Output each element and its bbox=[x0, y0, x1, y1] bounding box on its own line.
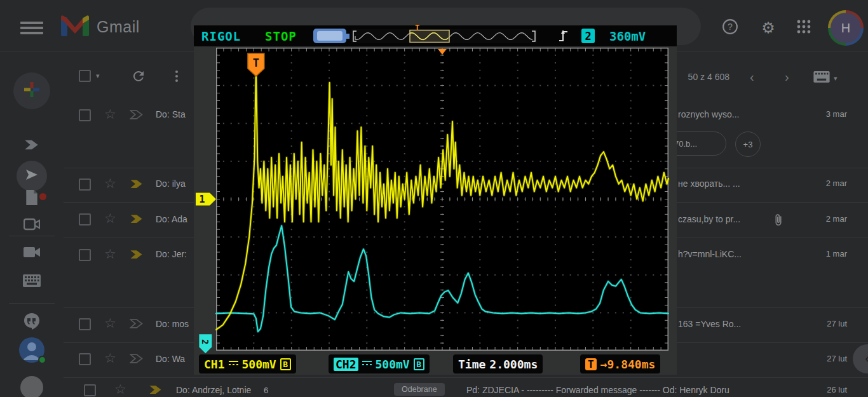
time-value: 2.000ms bbox=[489, 358, 538, 371]
dc-coupling-icon bbox=[362, 361, 372, 367]
row-checkbox[interactable] bbox=[79, 109, 91, 121]
importance-marker-icon[interactable] bbox=[130, 318, 144, 332]
ch2-scale: 500mV bbox=[376, 358, 410, 371]
refresh-button[interactable] bbox=[131, 69, 146, 86]
trigger-offset-value: →9.840ms bbox=[600, 358, 656, 371]
usb-storage-icon bbox=[313, 29, 346, 43]
ch2-bandwidth-limit: B bbox=[414, 358, 424, 370]
apps-grid-icon bbox=[797, 20, 811, 36]
trigger-source-badge: 2 bbox=[581, 29, 595, 43]
gmail-m-icon bbox=[61, 14, 89, 39]
memory-waveform-preview bbox=[351, 29, 537, 43]
apps-grid-button[interactable] bbox=[790, 15, 817, 41]
ch1-bandwidth-limit: B bbox=[280, 358, 291, 370]
ch2-label: CH2 bbox=[334, 358, 358, 371]
ch2-status-chip: CH2500mVB bbox=[329, 354, 430, 373]
help-icon: ? bbox=[722, 18, 738, 37]
help-button[interactable]: ? bbox=[717, 15, 743, 41]
row-date: 1 mar bbox=[775, 249, 847, 259]
oscilloscope-screenshot[interactable]: RIGOL STOP T 2 360mV T12 CH1500mVB CH250… bbox=[194, 25, 677, 375]
chevron-down-icon[interactable]: ▾ bbox=[96, 72, 100, 80]
ch1-label: CH1 bbox=[204, 358, 225, 371]
drafts-notification-dot bbox=[39, 193, 46, 200]
importance-marker-icon[interactable] bbox=[130, 353, 144, 367]
star-icon[interactable]: ☆ bbox=[104, 212, 116, 225]
trigger-level-value: 360mV bbox=[609, 29, 646, 43]
row-checkbox[interactable] bbox=[84, 384, 96, 396]
star-icon[interactable]: ☆ bbox=[114, 382, 126, 396]
importance-marker-icon[interactable] bbox=[149, 384, 163, 397]
app-title: Gmail bbox=[97, 18, 140, 36]
ch1-scale: 500mV bbox=[242, 358, 276, 371]
sidebar-item-important[interactable] bbox=[23, 137, 41, 155]
label-chip[interactable]: Odebrane bbox=[394, 383, 445, 396]
scope-run-status: STOP bbox=[265, 29, 297, 43]
row-checkbox[interactable] bbox=[79, 178, 91, 191]
compose-button[interactable] bbox=[13, 72, 50, 109]
timebase-chip: Time2.000ms bbox=[453, 354, 543, 373]
main-menu-button[interactable] bbox=[19, 19, 44, 37]
scope-top-bar: RIGOL STOP T 2 360mV bbox=[194, 25, 677, 46]
star-icon[interactable]: ☆ bbox=[104, 316, 116, 330]
compose-plus-icon bbox=[23, 81, 41, 101]
sidebar-divider bbox=[9, 236, 55, 236]
sidebar-item-drafts[interactable] bbox=[23, 190, 41, 208]
gear-icon: ⚙ bbox=[761, 20, 775, 36]
row-checkbox[interactable] bbox=[79, 249, 91, 261]
send-icon bbox=[24, 167, 39, 185]
newer-page-button[interactable]: ‹ bbox=[750, 70, 754, 84]
attachment-more-chip[interactable]: +3 bbox=[735, 131, 761, 157]
email-row[interactable]: ☆ Do: Andrzej, Lotnie 6 Odebrane Pd: ZDJ… bbox=[64, 378, 868, 397]
svg-text:2: 2 bbox=[200, 339, 210, 344]
star-icon[interactable]: ☆ bbox=[104, 107, 116, 121]
dc-coupling-icon bbox=[229, 361, 238, 367]
important-marker-icon bbox=[24, 138, 39, 154]
thread-count: 6 bbox=[264, 386, 268, 395]
screen: Gmail ? ⚙ H bbox=[0, 0, 868, 397]
star-icon[interactable]: ☆ bbox=[104, 177, 116, 190]
gmail-logo[interactable]: Gmail bbox=[61, 14, 140, 39]
draft-file-icon bbox=[25, 190, 39, 208]
row-checkbox[interactable] bbox=[79, 213, 91, 225]
row-checkbox[interactable] bbox=[79, 318, 91, 330]
more-options-button[interactable] bbox=[169, 69, 184, 86]
star-icon[interactable]: ☆ bbox=[104, 247, 116, 260]
sidebar-item-sent[interactable] bbox=[17, 161, 47, 191]
star-icon[interactable]: ☆ bbox=[104, 351, 116, 365]
trigger-offset-badge: T bbox=[585, 358, 597, 370]
scope-brand: RIGOL bbox=[201, 29, 241, 43]
account-avatar[interactable]: H bbox=[828, 10, 864, 46]
svg-text:?: ? bbox=[728, 22, 733, 32]
importance-marker-icon[interactable] bbox=[130, 213, 144, 227]
hangouts-icon bbox=[24, 313, 40, 333]
presence-online-dot bbox=[38, 356, 46, 364]
row-checkbox[interactable] bbox=[79, 353, 91, 365]
select-all-checkbox[interactable] bbox=[79, 70, 91, 82]
sidebar-item-hangouts[interactable] bbox=[23, 314, 41, 332]
ch1-status-chip: CH1500mVB bbox=[199, 354, 296, 373]
input-tools-button[interactable]: ▾ bbox=[813, 71, 837, 85]
keyboard-icon bbox=[23, 274, 41, 290]
importance-marker-icon[interactable] bbox=[130, 178, 144, 192]
sidebar-item-new-meeting[interactable] bbox=[23, 217, 41, 234]
refresh-icon bbox=[131, 75, 146, 86]
row-date: 27 lut bbox=[775, 319, 847, 328]
importance-marker-icon[interactable] bbox=[130, 249, 144, 262]
svg-text:T: T bbox=[253, 57, 259, 69]
row-date: 3 mar bbox=[775, 109, 847, 119]
importance-marker-icon[interactable] bbox=[130, 109, 144, 123]
sidebar-divider bbox=[9, 303, 55, 304]
chevron-down-icon[interactable]: ▾ bbox=[834, 74, 837, 83]
trigger-slope-icon bbox=[559, 29, 568, 45]
hangouts-contact-avatar-2[interactable] bbox=[20, 376, 43, 397]
input-keyboard-icon bbox=[813, 71, 830, 85]
sidebar-item-keyboard[interactable] bbox=[23, 273, 41, 291]
sidebar-item-join-meeting[interactable] bbox=[23, 245, 41, 262]
row-date: 2 mar bbox=[775, 178, 847, 188]
row-subject: Pd: ZDJECIA - --------- Forwarded messag… bbox=[466, 385, 822, 395]
settings-button[interactable]: ⚙ bbox=[755, 15, 782, 41]
svg-text:1: 1 bbox=[199, 194, 205, 205]
older-page-button[interactable]: › bbox=[785, 70, 789, 84]
row-date: 2 mar bbox=[775, 214, 847, 224]
select-all-control[interactable]: ▾ bbox=[79, 70, 100, 82]
